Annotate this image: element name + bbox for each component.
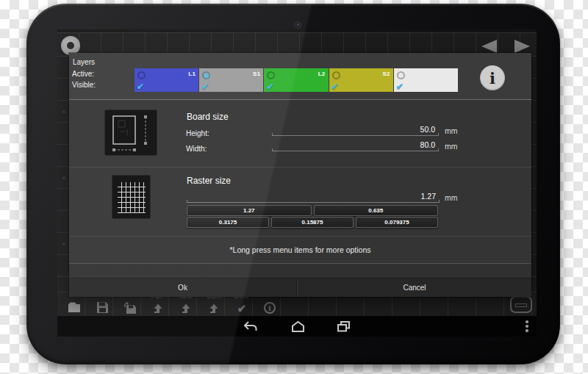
raster-preset-row-1: 1.270.635 bbox=[187, 205, 438, 216]
layer-active-radio[interactable] bbox=[202, 71, 210, 79]
width-unit: mm bbox=[445, 142, 458, 151]
layer-active-radio[interactable] bbox=[332, 71, 340, 79]
board-height-value: 50.0 bbox=[420, 125, 435, 134]
layer-active-radio[interactable] bbox=[267, 71, 275, 79]
next-arrow-icon[interactable] bbox=[514, 40, 530, 53]
board-width-value: 80.0 bbox=[420, 140, 435, 149]
layer-label: L2 bbox=[318, 71, 326, 77]
long-press-hint: *Long press menu items for more options bbox=[229, 245, 370, 254]
export-up-arrow-icon bbox=[208, 303, 220, 314]
layer-label: S1 bbox=[253, 71, 260, 77]
info-circle-icon: i bbox=[264, 302, 276, 314]
raster-preset-row-2: 0.31750.158750.079375 bbox=[187, 217, 438, 228]
layer-strip-l1[interactable]: L1✔ bbox=[135, 68, 198, 92]
layer-label: L1 bbox=[188, 71, 196, 77]
raster-unit: mm bbox=[445, 193, 458, 202]
layer-active-radio[interactable] bbox=[137, 71, 146, 79]
raster-preset-button-0.635[interactable]: 0.635 bbox=[314, 205, 439, 216]
tablet-device: PDF IMG GBR DRC ✔ i bbox=[26, 4, 560, 364]
raster-size-icon bbox=[112, 175, 151, 219]
visible-label: Visible: bbox=[72, 81, 96, 89]
height-unit: mm bbox=[445, 126, 458, 135]
layer-strip-l2[interactable]: L2✔ bbox=[264, 68, 328, 92]
raster-preset-button-0.3175[interactable]: 0.3175 bbox=[187, 217, 269, 228]
layer-visible-check-icon[interactable]: ✔ bbox=[396, 82, 404, 92]
note-section: *Long press menu items for more options bbox=[69, 237, 531, 263]
active-label: Active: bbox=[72, 70, 94, 78]
divider bbox=[69, 236, 531, 237]
back-icon[interactable] bbox=[242, 320, 258, 332]
layer-strip-s2[interactable]: S2✔ bbox=[329, 68, 393, 92]
board-size-icon bbox=[104, 109, 157, 156]
info-icon: i bbox=[490, 69, 495, 87]
info-button[interactable]: i bbox=[480, 65, 505, 90]
component-list-icon[interactable] bbox=[510, 296, 532, 313]
layer-visible-check-icon[interactable]: ✔ bbox=[331, 82, 339, 92]
home-icon[interactable] bbox=[290, 320, 306, 332]
left-toolbar-mark bbox=[62, 242, 65, 245]
divider bbox=[69, 167, 531, 168]
floppy-save-icon bbox=[96, 301, 109, 314]
ok-button[interactable]: Ok bbox=[69, 278, 297, 297]
height-label: Height: bbox=[186, 129, 209, 137]
checkmark-icon: ✔ bbox=[237, 303, 247, 314]
raster-preset-button-0.079375[interactable]: 0.079375 bbox=[356, 217, 438, 228]
front-camera bbox=[294, 21, 301, 29]
raster-preset-button-0.15875[interactable]: 0.15875 bbox=[271, 217, 354, 228]
raster-size-title: Raster size bbox=[187, 176, 231, 186]
layer-settings-dialog: *Long press menu items for more options … bbox=[69, 53, 531, 297]
layer-visible-check-icon[interactable]: ✔ bbox=[137, 82, 144, 92]
dialog-button-bar: Ok Cancel bbox=[69, 278, 531, 297]
width-label: Width: bbox=[186, 145, 207, 153]
board-width-field[interactable]: 80.0 bbox=[272, 140, 439, 151]
board-size-title: Board size bbox=[187, 112, 229, 122]
left-toolbar-mark bbox=[62, 176, 65, 179]
layer-visible-check-icon[interactable]: ✔ bbox=[201, 82, 209, 92]
divider bbox=[69, 263, 531, 264]
transparent-checkerboard-background: PDF IMG GBR DRC ✔ i bbox=[0, 0, 588, 374]
folder-icon bbox=[67, 301, 82, 314]
raster-preset-button-1.27[interactable]: 1.27 bbox=[187, 205, 312, 216]
android-navigation-bar bbox=[57, 316, 537, 337]
layer-strips: L1✔S1✔L2✔S2✔✔ bbox=[135, 68, 458, 92]
grid-pattern bbox=[118, 182, 146, 213]
recents-icon[interactable] bbox=[336, 320, 351, 333]
layer-label: S2 bbox=[382, 71, 390, 77]
layer-strip-s1[interactable]: S1✔ bbox=[199, 68, 263, 92]
raster-size-field[interactable]: 1.27 bbox=[187, 191, 440, 203]
export-up-arrow-icon bbox=[180, 303, 192, 314]
export-up-arrow-icon bbox=[152, 303, 164, 314]
cancel-button[interactable]: Cancel bbox=[297, 278, 531, 297]
board-height-field[interactable]: 50.0 bbox=[272, 124, 439, 136]
prev-arrow-icon[interactable] bbox=[481, 40, 497, 53]
layers-title: Layers bbox=[73, 58, 95, 66]
divider bbox=[69, 99, 531, 100]
raster-size-value: 1.27 bbox=[421, 192, 436, 201]
app-left-toolbar bbox=[57, 57, 70, 292]
layer-strip-o[interactable]: ✔ bbox=[394, 68, 458, 92]
layer-active-radio[interactable] bbox=[397, 71, 405, 79]
floppy-save-as-icon bbox=[123, 301, 137, 314]
left-toolbar-mark bbox=[62, 110, 65, 113]
overflow-menu-icon[interactable] bbox=[524, 319, 530, 334]
tablet-screen: PDF IMG GBR DRC ✔ i bbox=[57, 29, 537, 337]
layer-visible-check-icon[interactable]: ✔ bbox=[266, 82, 273, 92]
